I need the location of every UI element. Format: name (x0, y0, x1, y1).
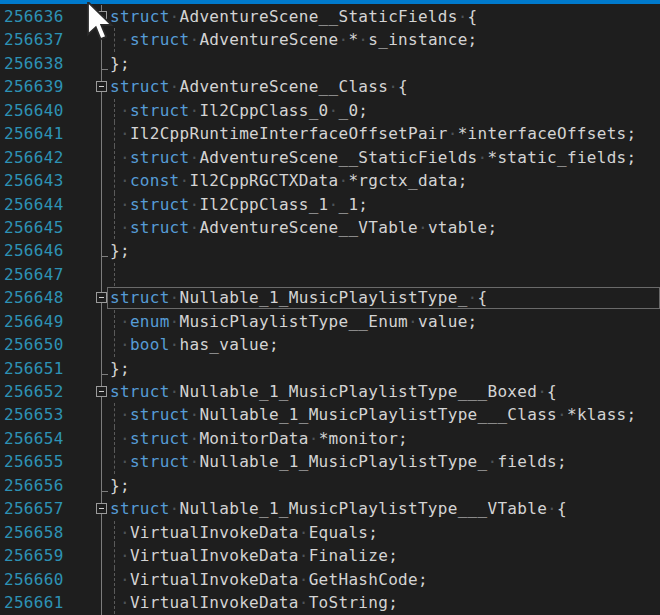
line-number[interactable]: 256650 (4, 333, 64, 356)
code-text: ·struct·Nullable_1_MusicPlaylistType_·fi… (110, 450, 567, 473)
code-line[interactable]: 256659 ·VirtualInvokeData·Finalize; (0, 544, 660, 567)
line-number[interactable]: 256643 (4, 169, 64, 192)
code-text: ·VirtualInvokeData·GetHashCode; (110, 568, 428, 591)
code-line[interactable]: 256642 ·struct·AdventureScene__StaticFie… (0, 146, 660, 169)
code-text: ·struct·AdventureScene__VTable·vtable; (110, 216, 497, 239)
code-line[interactable]: 256646}; (0, 239, 660, 262)
line-number[interactable]: 256654 (4, 427, 64, 450)
code-line[interactable]: 256649 ·enum·MusicPlaylistType__Enum·val… (0, 310, 660, 333)
code-text: ·VirtualInvokeData·ToString; (110, 591, 398, 614)
code-line[interactable]: 256655 ·struct·Nullable_1_MusicPlaylistT… (0, 450, 660, 473)
line-number[interactable]: 256638 (4, 52, 64, 75)
code-text: ·enum·MusicPlaylistType__Enum·value; (110, 310, 478, 333)
code-text: ·struct·Nullable_1_MusicPlaylistType___C… (110, 403, 636, 426)
line-number[interactable]: 256651 (4, 357, 64, 380)
code-line[interactable]: 256641 ·Il2CppRuntimeInterfaceOffsetPair… (0, 122, 660, 145)
code-line[interactable]: 256657struct·Nullable_1_MusicPlaylistTyp… (0, 497, 660, 520)
indent-guide (114, 263, 115, 286)
code-text: ·struct·MonitorData·*monitor; (110, 427, 408, 450)
line-number[interactable]: 256661 (4, 591, 64, 614)
line-number[interactable]: 256639 (4, 75, 64, 98)
line-number[interactable]: 256657 (4, 497, 64, 520)
fold-collapse-button[interactable] (96, 386, 107, 397)
code-text: ·bool·has_value; (110, 333, 279, 356)
current-line-highlight (107, 287, 660, 309)
code-line[interactable]: 256645 ·struct·AdventureScene__VTable·vt… (0, 216, 660, 239)
line-number[interactable]: 256648 (4, 286, 64, 309)
code-text: }; (110, 357, 130, 380)
fold-collapse-button[interactable] (96, 81, 107, 92)
code-text: }; (110, 474, 130, 497)
code-line[interactable]: 256648struct·Nullable_1_MusicPlaylistTyp… (0, 286, 660, 309)
code-text: ·const·Il2CppRGCTXData·*rgctx_data; (110, 169, 468, 192)
fold-collapse-button[interactable] (96, 503, 107, 514)
code-text: }; (110, 239, 130, 262)
code-line[interactable]: 256643 ·const·Il2CppRGCTXData·*rgctx_dat… (0, 169, 660, 192)
code-line[interactable]: 256660 ·VirtualInvokeData·GetHashCode; (0, 568, 660, 591)
code-line[interactable]: 256651}; (0, 357, 660, 380)
fold-end-marker (101, 256, 108, 257)
line-number[interactable]: 256656 (4, 474, 64, 497)
line-number[interactable]: 256655 (4, 450, 64, 473)
code-rows[interactable]: 256636struct·AdventureScene__StaticField… (0, 5, 660, 614)
fold-end-marker (101, 491, 108, 492)
code-line[interactable]: 256654 ·struct·MonitorData·*monitor; (0, 427, 660, 450)
code-text: struct·Nullable_1_MusicPlaylistType___Bo… (110, 380, 557, 403)
code-text: struct·AdventureScene__Class·{ (110, 75, 408, 98)
fold-collapse-button[interactable] (96, 292, 107, 303)
line-number[interactable]: 256645 (4, 216, 64, 239)
code-line[interactable]: 256652struct·Nullable_1_MusicPlaylistTyp… (0, 380, 660, 403)
fold-scope-line (101, 5, 102, 615)
line-number[interactable]: 256637 (4, 28, 64, 51)
code-line[interactable]: 256639struct·AdventureScene__Class·{ (0, 75, 660, 98)
code-line[interactable]: 256638}; (0, 52, 660, 75)
code-line[interactable]: 256658 ·VirtualInvokeData·Equals; (0, 521, 660, 544)
line-number[interactable]: 256649 (4, 310, 64, 333)
code-text: ·VirtualInvokeData·Equals; (110, 521, 378, 544)
code-text: ·struct·AdventureScene·*·s_instance; (110, 28, 478, 51)
code-line[interactable]: 256661 ·VirtualInvokeData·ToString; (0, 591, 660, 614)
line-number[interactable]: 256640 (4, 99, 64, 122)
code-line[interactable]: 256647 (0, 263, 660, 286)
code-text: struct·Nullable_1_MusicPlaylistType___VT… (110, 497, 567, 520)
mouse-cursor-icon (86, 2, 116, 44)
code-text: ·struct·Il2CppClass_1·_1; (110, 193, 368, 216)
line-number[interactable]: 256636 (4, 5, 64, 28)
code-editor[interactable]: 256636struct·AdventureScene__StaticField… (0, 0, 660, 615)
code-text: }; (110, 52, 130, 75)
line-number[interactable]: 256647 (4, 263, 64, 286)
code-text: ·VirtualInvokeData·Finalize; (110, 544, 398, 567)
code-line[interactable]: 256640 ·struct·Il2CppClass_0·_0; (0, 99, 660, 122)
code-text: ·struct·AdventureScene__StaticFields·*st… (110, 146, 636, 169)
code-line[interactable]: 256656}; (0, 474, 660, 497)
line-number[interactable]: 256659 (4, 544, 64, 567)
line-number[interactable]: 256646 (4, 239, 64, 262)
line-number[interactable]: 256641 (4, 122, 64, 145)
line-number[interactable]: 256652 (4, 380, 64, 403)
code-text: struct·AdventureScene__StaticFields·{ (110, 5, 478, 28)
fold-end-marker (101, 69, 108, 70)
line-number[interactable]: 256660 (4, 568, 64, 591)
code-line[interactable]: 256644 ·struct·Il2CppClass_1·_1; (0, 193, 660, 216)
code-line[interactable]: 256650 ·bool·has_value; (0, 333, 660, 356)
code-text: ·struct·Il2CppClass_0·_0; (110, 99, 368, 122)
fold-end-marker (101, 374, 108, 375)
line-number[interactable]: 256644 (4, 193, 64, 216)
line-number[interactable]: 256653 (4, 403, 64, 426)
code-text: ·Il2CppRuntimeInterfaceOffsetPair·*inter… (110, 122, 636, 145)
line-number[interactable]: 256658 (4, 521, 64, 544)
code-line[interactable]: 256653 ·struct·Nullable_1_MusicPlaylistT… (0, 403, 660, 426)
line-number[interactable]: 256642 (4, 146, 64, 169)
